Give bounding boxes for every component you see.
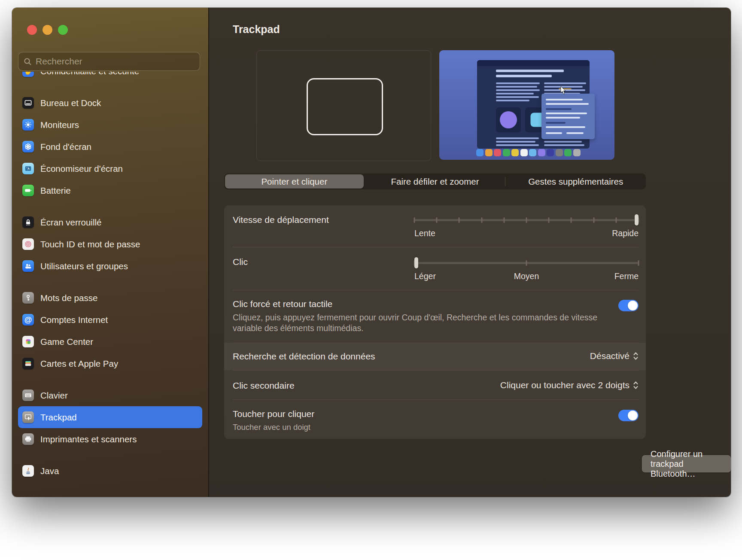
search-icon xyxy=(24,58,32,66)
click-mid-label: Moyen xyxy=(514,271,539,281)
secondary-click-value: Cliquer ou toucher avec 2 doigts xyxy=(500,380,629,390)
stepper-chevrons-icon xyxy=(633,351,639,361)
sidebar-item-comptes-internet[interactable]: @Comptes Internet xyxy=(18,309,202,331)
lookup-value: Désactivé xyxy=(590,351,629,361)
close-window-button[interactable] xyxy=(27,25,37,35)
tab-faire-d-filer-et-zoomer[interactable]: Faire défiler et zoomer xyxy=(366,174,505,189)
sidebar-item-moniteurs[interactable]: Moniteurs xyxy=(18,114,202,136)
color-swatch xyxy=(564,149,572,156)
wallpaper-flower-icon xyxy=(22,141,34,152)
color-swatch xyxy=(503,149,510,156)
sidebar-item-label: Batterie xyxy=(40,186,71,196)
tap-to-click-sublabel: Toucher avec un doigt xyxy=(233,423,310,432)
search-input[interactable]: Rechercher xyxy=(18,52,200,71)
trackpad-outline xyxy=(307,78,383,135)
sidebar-item-utilisateurs-et-groupes[interactable]: Utilisateurs et groupes xyxy=(18,255,202,277)
at-icon: @ xyxy=(22,314,34,326)
color-swatch xyxy=(529,149,536,156)
sidebar-items: ✋Confidentialité et sécuritéBureau et Do… xyxy=(18,72,202,497)
screensaver-icon xyxy=(22,163,34,174)
sidebar-item-label: Comptes Internet xyxy=(40,315,108,325)
configure-bluetooth-trackpad-button[interactable]: Configurer un trackpad Bluetooth… xyxy=(642,455,731,472)
users-icon xyxy=(22,260,34,272)
tab-gestes-suppl-mentaires[interactable]: Gestes supplémentaires xyxy=(506,174,645,189)
sidebar-item-mots-de-passe[interactable]: Mots de passe xyxy=(18,287,202,309)
mouse-cursor-icon xyxy=(560,86,567,97)
preview-color-swatches xyxy=(476,149,581,156)
sidebar-item-touch-id-et-mot-de-passe[interactable]: Touch ID et mot de passe xyxy=(18,233,202,255)
settings-card: Vitesse de déplacement Lente Rapide Clic… xyxy=(224,205,646,439)
sidebar-item-label: Clavier xyxy=(40,390,68,401)
color-swatch xyxy=(511,149,519,156)
sidebar-item-label: Bureau et Dock xyxy=(40,98,101,108)
color-swatch xyxy=(520,149,528,156)
tab-divider xyxy=(505,177,505,186)
sidebar-item--conomiseur-d-cran[interactable]: Économiseur d'écran xyxy=(18,158,202,180)
system-settings-window: Rechercher ✋Confidentialité et sécuritéB… xyxy=(12,8,731,497)
trackpad-illustration xyxy=(256,50,431,161)
printer-icon xyxy=(22,433,34,445)
sidebar-item-fond-d-cran[interactable]: Fond d'écran xyxy=(18,136,202,158)
tap-to-click-label: Toucher pour cliquer xyxy=(233,409,314,419)
traffic-lights xyxy=(27,25,68,35)
tab-pointer-et-cliquer[interactable]: Pointer et cliquer xyxy=(225,174,364,189)
tracking-speed-min-label: Lente xyxy=(414,228,435,238)
sidebar-item-label: Mots de passe xyxy=(40,293,97,303)
key-icon xyxy=(22,292,34,304)
sidebar-item-java[interactable]: Java xyxy=(18,460,202,482)
gesture-tab-bar: Pointer et cliquerFaire défiler et zoome… xyxy=(224,173,646,189)
keyboard-icon xyxy=(22,390,34,401)
preview-popup-panel xyxy=(541,94,595,139)
lookup-dropdown[interactable]: Désactivé xyxy=(590,351,639,361)
secondary-click-dropdown[interactable]: Cliquer ou toucher avec 2 doigts xyxy=(500,380,639,390)
sidebar-item-bureau-et-dock[interactable]: Bureau et Dock xyxy=(18,92,202,114)
tap-to-click-toggle[interactable] xyxy=(618,410,639,421)
sidebar-item-cartes-et-apple-pay[interactable]: Cartes et Apple Pay xyxy=(18,353,202,374)
desktop-dock-icon xyxy=(22,97,34,109)
sidebar-item-label: Touch ID et mot de passe xyxy=(40,239,140,250)
force-click-toggle[interactable] xyxy=(618,300,639,311)
sidebar-item-trackpad[interactable]: Trackpad xyxy=(18,406,202,428)
game-center-icon xyxy=(22,336,34,347)
sidebar-item-label: Fond d'écran xyxy=(40,142,91,152)
click-thumb[interactable] xyxy=(414,257,418,268)
sidebar-item-label: Imprimantes et scanners xyxy=(40,434,137,444)
trackpad-settings-pane: Trackpad xyxy=(209,8,731,497)
lookup-label: Recherche et détection de données xyxy=(233,351,375,362)
click-label: Clic xyxy=(233,257,248,267)
wallet-icon xyxy=(22,358,34,369)
tracking-speed-label: Vitesse de déplacement xyxy=(233,215,329,225)
sidebar-item-label: Trackpad xyxy=(40,412,77,423)
gesture-preview-video xyxy=(439,50,614,160)
zoom-window-button[interactable] xyxy=(58,25,68,35)
sidebar-item-label: Écran verrouillé xyxy=(40,217,101,228)
minimize-window-button[interactable] xyxy=(43,25,52,35)
sidebar-item-label: Moniteurs xyxy=(40,120,79,130)
color-swatch xyxy=(485,149,493,156)
sidebar-item-confidentialit-et-s-curit-[interactable]: ✋Confidentialité et sécurité xyxy=(18,72,202,82)
color-swatch xyxy=(494,149,501,156)
color-swatch xyxy=(556,149,563,156)
sidebar-item-imprimantes-et-scanners[interactable]: Imprimantes et scanners xyxy=(18,428,202,450)
tracking-speed-thumb[interactable] xyxy=(635,214,639,225)
force-click-description: Cliquez, puis appuyez fermement pour ouv… xyxy=(233,312,611,334)
sidebar-item-label: Confidentialité et sécurité xyxy=(40,72,139,76)
stepper-chevrons-icon xyxy=(633,380,639,390)
sidebar-item-game-center[interactable]: Game Center xyxy=(18,331,202,353)
color-swatch xyxy=(476,149,484,156)
lock-icon xyxy=(22,216,34,228)
sidebar-item-clavier[interactable]: Clavier xyxy=(18,384,202,406)
click-max-label: Ferme xyxy=(614,271,639,281)
color-swatch xyxy=(538,149,545,156)
sidebar-item-label: Utilisateurs et groupes xyxy=(40,261,128,271)
battery-icon xyxy=(22,185,34,196)
page-title: Trackpad xyxy=(233,23,280,36)
sidebar-item-batterie[interactable]: Batterie xyxy=(18,180,202,201)
sidebar-item-label: Java xyxy=(40,466,59,476)
preview-purple-circle xyxy=(500,111,517,128)
fingerprint-icon xyxy=(22,238,34,250)
sidebar-item-label: Game Center xyxy=(40,337,93,347)
tracking-speed-max-label: Rapide xyxy=(612,228,639,238)
secondary-click-label: Clic secondaire xyxy=(233,380,295,391)
sidebar-item--cran-verrouill-[interactable]: Écran verrouillé xyxy=(18,211,202,233)
